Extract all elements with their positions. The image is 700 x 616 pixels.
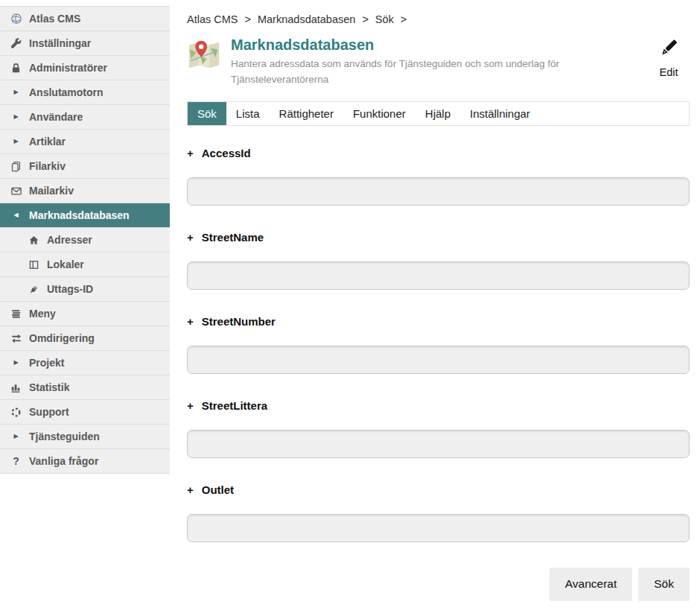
sidebar-item-installningar[interactable]: Inställningar xyxy=(0,31,170,56)
expand-icon[interactable]: + xyxy=(187,315,194,328)
advanced-button[interactable]: Avancerat xyxy=(550,568,633,601)
triangle-right-icon: ▶ xyxy=(10,86,22,98)
sidebar-item-artiklar[interactable]: ▶ Artiklar xyxy=(0,130,170,154)
globe-icon xyxy=(10,13,22,25)
home-icon xyxy=(28,234,40,246)
expand-icon[interactable]: + xyxy=(187,147,194,159)
breadcrumb-separator: > xyxy=(401,13,407,25)
field-toggle-accessid[interactable]: + AccessId xyxy=(187,147,690,159)
tab-rattigheter[interactable]: Rättigheter xyxy=(270,102,343,125)
app-window: Atlas CMS Inställningar Administratörer … xyxy=(0,0,700,601)
tab-bar: Sök Lista Rättigheter Funktioner Hjälp I… xyxy=(187,101,690,126)
tab-funktioner[interactable]: Funktioner xyxy=(343,102,416,125)
plug-icon xyxy=(28,283,40,295)
field-label: Outlet xyxy=(202,483,234,496)
page-header: Marknadsdatabasen Hantera adressdata som… xyxy=(187,36,690,88)
expand-icon[interactable]: + xyxy=(187,483,194,496)
sidebar-item-adresser[interactable]: Adresser xyxy=(0,228,170,253)
redirect-arrows-icon xyxy=(10,332,22,344)
question-icon: ? xyxy=(10,455,22,467)
sidebar-item-label: Vanliga frågor xyxy=(29,455,98,467)
sidebar-item-administratorer[interactable]: Administratörer xyxy=(0,56,170,80)
pages-icon xyxy=(10,160,22,172)
sidebar-item-omdirigering[interactable]: Omdirigering xyxy=(0,326,170,351)
search-form: + AccessId + StreetName + StreetNumber xyxy=(187,147,690,601)
sidebar-item-anvandare[interactable]: ▶ Användare xyxy=(0,105,170,130)
sidebar-item-label: Adresser xyxy=(47,234,92,246)
sidebar-item-meny[interactable]: Meny xyxy=(0,302,170,326)
sidebar-item-label: Anslutamotorn xyxy=(29,86,104,98)
sidebar-item-uttags-id[interactable]: Uttags-ID xyxy=(0,277,170,302)
field-streetlittera: + StreetLittera xyxy=(187,399,690,458)
sidebar-item-label: Administratörer xyxy=(29,62,107,74)
field-streetnumber: + StreetNumber xyxy=(187,315,690,374)
field-accessid: + AccessId xyxy=(187,147,690,206)
sidebar-item-label: Mailarkiv xyxy=(29,185,74,197)
sidebar-item-label: Filarkiv xyxy=(29,160,66,172)
outlet-input[interactable] xyxy=(187,514,690,542)
sidebar: Atlas CMS Inställningar Administratörer … xyxy=(0,6,170,601)
lock-icon xyxy=(10,62,22,74)
breadcrumb-atlas-cms[interactable]: Atlas CMS xyxy=(187,13,238,25)
support-ring-icon xyxy=(10,406,22,418)
field-toggle-outlet[interactable]: + Outlet xyxy=(187,483,690,496)
breadcrumb-separator: > xyxy=(362,13,368,25)
field-label: StreetName xyxy=(202,231,264,244)
sidebar-item-label: Support xyxy=(29,406,69,418)
edit-button[interactable]: Edit xyxy=(648,36,690,78)
wrench-icon xyxy=(10,37,22,49)
breadcrumb-separator: > xyxy=(245,13,251,25)
streetlittera-input[interactable] xyxy=(187,430,690,458)
sidebar-item-marknadsdatabasen[interactable]: ◀ Marknadsdatabasen xyxy=(0,203,170,228)
field-streetname: + StreetName xyxy=(187,231,690,290)
sidebar-item-tjansteguiden[interactable]: ▶ Tjänsteguiden xyxy=(0,425,170,449)
sidebar-item-label: Atlas CMS xyxy=(29,13,80,25)
sidebar-item-label: Artiklar xyxy=(29,136,66,147)
expand-icon[interactable]: + xyxy=(187,399,194,412)
tab-installningar[interactable]: Inställningar xyxy=(460,102,540,125)
streetnumber-input[interactable] xyxy=(187,346,690,374)
main-content: Atlas CMS > Marknadsdatabasen > Sök > xyxy=(170,0,700,601)
breadcrumb: Atlas CMS > Marknadsdatabasen > Sök > xyxy=(187,13,690,25)
sidebar-item-mailarkiv[interactable]: Mailarkiv xyxy=(0,179,170,203)
tab-hjalp[interactable]: Hjälp xyxy=(416,102,460,125)
sidebar-item-label: Statistik xyxy=(29,381,69,393)
field-toggle-streetname[interactable]: + StreetName xyxy=(187,231,690,244)
tab-sok[interactable]: Sök xyxy=(188,102,226,125)
sidebar-item-label: Tjänsteguiden xyxy=(29,431,100,442)
triangle-right-icon: ▶ xyxy=(10,111,22,123)
sidebar-item-label: Marknadsdatabasen xyxy=(29,209,130,221)
field-toggle-streetnumber[interactable]: + StreetNumber xyxy=(187,315,690,328)
field-label: AccessId xyxy=(202,147,251,159)
sidebar-item-anslutamotorn[interactable]: ▶ Anslutamotorn xyxy=(0,80,170,105)
field-toggle-streetlittera[interactable]: + StreetLittera xyxy=(187,399,690,412)
breadcrumb-marknadsdatabasen[interactable]: Marknadsdatabasen xyxy=(258,13,355,25)
sidebar-item-filarkiv[interactable]: Filarkiv xyxy=(0,154,170,179)
sidebar-item-label: Uttags-ID xyxy=(47,283,93,295)
form-actions: Avancerat Sök xyxy=(187,568,690,601)
field-outlet: + Outlet xyxy=(187,483,690,542)
sidebar-item-vanliga-fragor[interactable]: ? Vanliga frågor xyxy=(0,449,170,474)
triangle-left-icon: ◀ xyxy=(10,209,22,221)
sidebar-item-label: Inställningar xyxy=(29,37,91,49)
breadcrumb-sok[interactable]: Sök xyxy=(375,13,394,25)
sidebar-item-lokaler[interactable]: Lokaler xyxy=(0,253,170,277)
expand-icon[interactable]: + xyxy=(187,231,194,244)
search-button[interactable]: Sök xyxy=(638,568,690,601)
sidebar-item-statistik[interactable]: Statistik xyxy=(0,375,170,400)
sidebar-item-projekt[interactable]: ▶ Projekt xyxy=(0,351,170,375)
sidebar-nav-list: Atlas CMS Inställningar Administratörer … xyxy=(0,6,170,474)
tab-lista[interactable]: Lista xyxy=(226,102,270,125)
sidebar-item-label: Omdirigering xyxy=(29,332,95,344)
accessid-input[interactable] xyxy=(187,177,690,206)
streetname-input[interactable] xyxy=(187,261,690,290)
header-text: Marknadsdatabasen Hantera adressdata som… xyxy=(231,36,648,88)
sidebar-item-label: Lokaler xyxy=(47,258,84,270)
sidebar-item-label: Användare xyxy=(29,111,83,123)
room-icon xyxy=(28,258,40,270)
map-icon xyxy=(187,38,221,75)
triangle-right-icon: ▶ xyxy=(10,357,22,369)
sidebar-item-support[interactable]: Support xyxy=(0,400,170,425)
triangle-right-icon: ▶ xyxy=(10,136,22,147)
sidebar-item-atlas-cms[interactable]: Atlas CMS xyxy=(0,7,170,31)
